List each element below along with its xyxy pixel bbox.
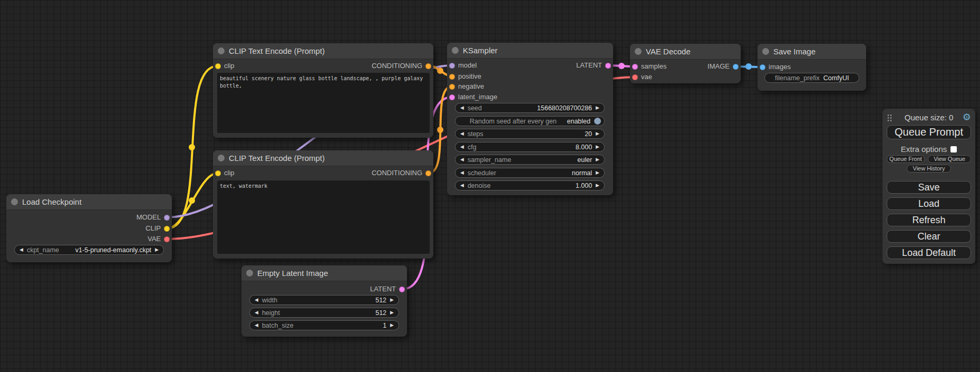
increment-arrow-icon[interactable]: ▶	[596, 183, 599, 188]
decrement-arrow-icon[interactable]: ◀	[460, 183, 464, 188]
decrement-arrow-icon[interactable]: ◀	[255, 298, 258, 302]
images-input-dot[interactable]	[760, 64, 765, 70]
seed-number-widget[interactable]: ◀ seed 156680208700286 ▶	[455, 103, 605, 113]
node-clip-text-encode-negative[interactable]: CLIP Text Encode (Prompt) clip CONDITION…	[213, 150, 433, 259]
save-button[interactable]: Save	[887, 181, 971, 194]
node-load-checkpoint[interactable]: Load Checkpoint MODEL CLIP VAE ◀ ckpt_na…	[6, 194, 172, 262]
positive-prompt-textarea[interactable]: beautiful scenery nature glass bottle la…	[217, 73, 430, 133]
positive-input-dot[interactable]	[449, 74, 455, 80]
model-output-dot[interactable]	[164, 215, 170, 221]
clip-input-dot[interactable]	[215, 63, 221, 69]
widget-label: seed	[468, 104, 482, 112]
increment-arrow-icon[interactable]: ▶	[596, 106, 599, 110]
node-title-bar[interactable]: Empty Latent Image	[241, 265, 407, 281]
latent-output-dot[interactable]	[399, 287, 405, 292]
settings-gear-icon[interactable]: ⚙	[963, 111, 971, 123]
decrement-arrow-icon[interactable]: ◀	[460, 131, 464, 136]
denoise-number-widget[interactable]: ◀ denoise 1.000 ▶	[455, 180, 605, 190]
decrement-arrow-icon[interactable]: ◀	[255, 323, 258, 328]
collapse-dot-icon[interactable]	[762, 48, 769, 55]
steps-number-widget[interactable]: ◀ steps 20 ▶	[455, 129, 605, 139]
cfg-number-widget[interactable]: ◀ cfg 8.000 ▶	[455, 142, 605, 152]
increment-arrow-icon[interactable]: ▶	[390, 298, 394, 302]
decrement-arrow-icon[interactable]: ◀	[460, 145, 464, 149]
vae-output-dot[interactable]	[164, 236, 170, 242]
collapse-dot-icon[interactable]	[246, 270, 253, 276]
vae-input-dot[interactable]	[632, 74, 638, 80]
refresh-button[interactable]: Refresh	[887, 214, 971, 226]
input-slot-samples: samples	[632, 61, 666, 72]
node-ksampler[interactable]: KSampler model positive negative latent_…	[447, 43, 613, 195]
width-number-widget[interactable]: ◀ width 512 ▶	[249, 295, 399, 305]
increment-arrow-icon[interactable]: ▶	[596, 170, 599, 175]
random-seed-toggle-widget[interactable]: Random seed after every gen enabled	[455, 116, 605, 126]
filename-prefix-text-widget[interactable]: filename_prefix ComfyUI	[764, 73, 859, 83]
node-title-bar[interactable]: CLIP Text Encode (Prompt)	[213, 150, 433, 166]
decrement-arrow-icon[interactable]: ◀	[255, 310, 258, 315]
load-default-button[interactable]: Load Default	[887, 246, 971, 259]
collapse-dot-icon[interactable]	[452, 47, 459, 54]
widget-value: v1-5-pruned-emaonly.ckpt	[75, 246, 151, 254]
latent-output-dot[interactable]	[605, 63, 611, 69]
ckpt-name-combo-widget[interactable]: ◀ ckpt_name v1-5-pruned-emaonly.ckpt ▶	[14, 245, 164, 255]
negative-input-dot[interactable]	[449, 84, 455, 90]
widget-label: width	[262, 297, 277, 304]
widget-value: 1	[383, 322, 386, 329]
height-number-widget[interactable]: ◀ height 512 ▶	[249, 308, 399, 318]
input-slot-images: images	[760, 62, 791, 72]
extra-options-checkbox[interactable]	[950, 146, 957, 152]
slot-label: model	[458, 61, 477, 69]
slot-label: CLIP	[145, 224, 161, 232]
collapse-dot-icon[interactable]	[218, 47, 225, 54]
view-queue-button[interactable]: View Queue	[928, 155, 971, 163]
decrement-arrow-icon[interactable]: ◀	[460, 157, 464, 162]
view-history-button[interactable]: View History	[907, 165, 951, 173]
decrement-arrow-icon[interactable]: ◀	[460, 106, 464, 110]
increment-arrow-icon[interactable]: ▶	[596, 157, 599, 162]
collapse-dot-icon[interactable]	[635, 48, 642, 55]
node-title-bar[interactable]: KSampler	[447, 43, 613, 59]
queue-front-button[interactable]: Queue Front	[887, 155, 925, 163]
node-empty-latent-image[interactable]: Empty Latent Image LATENT ◀ width 512 ▶ …	[241, 265, 407, 337]
extra-options-label: Extra options	[901, 145, 947, 154]
node-vae-decode[interactable]: VAE Decode samples vae IMAGE	[630, 44, 741, 83]
scheduler-combo-widget[interactable]: ◀ scheduler normal ▶	[455, 168, 605, 178]
samples-input-dot[interactable]	[632, 64, 638, 70]
increment-arrow-icon[interactable]: ▶	[390, 323, 394, 328]
image-output-dot[interactable]	[733, 64, 739, 70]
latent-input-dot[interactable]	[449, 94, 455, 100]
increment-arrow-icon[interactable]: ▶	[596, 131, 599, 136]
node-title-bar[interactable]: CLIP Text Encode (Prompt)	[213, 43, 433, 59]
load-button[interactable]: Load	[887, 197, 971, 210]
increment-arrow-icon[interactable]: ▶	[596, 145, 599, 149]
conditioning-output-dot[interactable]	[425, 63, 431, 69]
node-save-image[interactable]: Save Image images filename_prefix ComfyU…	[758, 44, 866, 91]
node-title: CLIP Text Encode (Prompt)	[229, 46, 325, 55]
node-title-bar[interactable]: Load Checkpoint	[6, 194, 172, 210]
collapse-dot-icon[interactable]	[11, 198, 18, 205]
output-slot-conditioning: CONDITIONING	[372, 168, 431, 178]
slot-label: LATENT	[370, 285, 396, 293]
queue-panel-header: Queue size: 0 ⚙	[882, 112, 975, 123]
toggle-circle-icon[interactable]	[594, 118, 601, 125]
model-input-dot[interactable]	[449, 63, 455, 69]
batch-size-number-widget[interactable]: ◀ batch_size 1 ▶	[249, 320, 399, 330]
increment-arrow-icon[interactable]: ▶	[390, 310, 394, 315]
input-slot-model: model	[449, 60, 477, 71]
queue-panel: Queue size: 0 ⚙ Queue Prompt Extra optio…	[882, 109, 975, 264]
conditioning-output-dot[interactable]	[425, 170, 431, 176]
clip-input-dot[interactable]	[215, 170, 221, 176]
decrement-arrow-icon[interactable]: ◀	[460, 170, 464, 175]
node-clip-text-encode-positive[interactable]: CLIP Text Encode (Prompt) clip CONDITION…	[213, 43, 433, 138]
output-slot-latent: LATENT	[576, 60, 611, 71]
clip-output-dot[interactable]	[164, 226, 170, 232]
node-title-bar[interactable]: Save Image	[758, 44, 866, 60]
increment-arrow-icon[interactable]: ▶	[155, 247, 159, 252]
decrement-arrow-icon[interactable]: ◀	[20, 247, 23, 252]
sampler-name-combo-widget[interactable]: ◀ sampler_name euler ▶	[455, 155, 605, 165]
clear-button[interactable]: Clear	[887, 230, 971, 243]
negative-prompt-textarea[interactable]: text, watermark	[217, 180, 430, 254]
queue-prompt-button[interactable]: Queue Prompt	[887, 125, 971, 139]
collapse-dot-icon[interactable]	[218, 155, 225, 161]
node-title-bar[interactable]: VAE Decode	[630, 44, 741, 60]
